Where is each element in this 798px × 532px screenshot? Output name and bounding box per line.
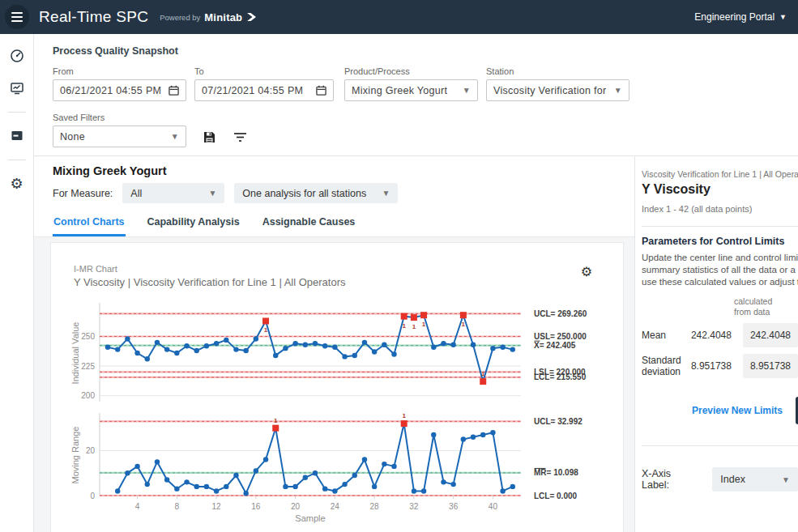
chevron-down-icon: ▼	[779, 13, 787, 21]
dashboard-gauge-icon[interactable]	[6, 45, 28, 66]
from-date-input[interactable]: 06/21/2021 04:55 PM	[53, 79, 186, 101]
panel-divider	[642, 226, 798, 227]
chevron-down-icon: ▼	[200, 189, 216, 198]
mean-row: Mean 242.4048 242.4048	[642, 322, 798, 348]
powered-by-label: Powered by	[160, 13, 200, 22]
powered-by: Powered by Minitab	[160, 11, 257, 23]
sidebar-divider	[8, 112, 26, 113]
portal-menu[interactable]: Engineering Portal ▼	[694, 11, 787, 23]
chevron-down-icon: ▼	[171, 132, 179, 141]
to-date-input[interactable]: 07/21/2021 04:55 PM	[194, 79, 334, 101]
stddev-row: Standard deviation 8.951738 8.951738	[642, 353, 798, 379]
from-date-value: 06/21/2021 04:55 PM	[60, 85, 169, 96]
from-label: From	[53, 66, 186, 76]
chart-settings-gear-icon[interactable]: ⚙	[581, 266, 592, 279]
panel-title: Y Viscosity	[642, 182, 798, 197]
svg-text:1: 1	[264, 326, 268, 334]
svg-text:20: 20	[86, 446, 96, 455]
svg-text:USL= 250.000: USL= 250.000	[534, 332, 587, 341]
svg-text:1: 1	[402, 322, 406, 330]
svg-text:1: 1	[402, 412, 406, 419]
measure-value: All	[130, 188, 142, 199]
svg-text:LCL= 0.000: LCL= 0.000	[534, 492, 578, 500]
svg-text:225: 225	[81, 362, 95, 371]
filter-icon-button[interactable]	[232, 129, 248, 145]
hamburger-menu-button[interactable]	[5, 5, 29, 29]
to-date-value: 07/21/2021 04:55 PM	[202, 85, 316, 96]
stddev-input[interactable]: 8.951738	[743, 354, 798, 378]
product-process-label: Product/Process	[344, 66, 478, 76]
control-limits-panel: Viscosity Verification for Line 1 | All …	[634, 156, 798, 532]
chevron-down-icon: ▼	[373, 189, 390, 198]
svg-text:1: 1	[274, 417, 278, 424]
station-select[interactable]: Viscosity Verification for ... ▼	[486, 79, 629, 101]
svg-text:36: 36	[449, 502, 459, 511]
imr-charts: UCL= 269.260USL= 250.000X= 242.405LSL= 2…	[67, 301, 623, 528]
main-content: Mixing Greek Yogurt For Measure: All ▼ O…	[34, 156, 634, 532]
panel-subtitle: Viscosity Verification for Line 1 | All …	[642, 169, 798, 179]
svg-text:1: 1	[412, 323, 416, 330]
mean-label: Mean	[642, 330, 691, 341]
minitab-logo-icon	[246, 12, 257, 22]
svg-text:Individual Value: Individual Value	[70, 322, 80, 385]
to-label: To	[194, 66, 334, 76]
settings-gear-icon[interactable]: ⚙	[6, 173, 28, 194]
stddev-label: Standard deviation	[642, 355, 691, 377]
svg-text:LCL= 215.550: LCL= 215.550	[534, 372, 587, 381]
svg-text:MR= 10.098: MR= 10.098	[534, 468, 578, 477]
measure-select[interactable]: All ▼	[122, 183, 224, 203]
svg-text:32: 32	[409, 502, 419, 511]
svg-text:Moving Range: Moving Range	[70, 427, 80, 484]
tab-bar: Control Charts Capability Analysis Assig…	[34, 213, 634, 237]
portal-menu-label: Engineering Portal	[694, 11, 775, 23]
saved-filters-label: Saved Filters	[53, 113, 186, 122]
tab-control-charts[interactable]: Control Charts	[53, 213, 126, 236]
svg-text:0: 0	[90, 492, 95, 500]
svg-text:1: 1	[481, 370, 485, 377]
svg-text:12: 12	[212, 502, 222, 511]
stddev-calculated-value: 8.951738	[691, 360, 732, 372]
svg-text:1: 1	[422, 321, 426, 328]
app-title: Real-Time SPC	[39, 8, 148, 26]
process-title: Mixing Greek Yogurt	[53, 164, 634, 177]
index-range-info: Index 1 - 42 (all data points)	[642, 204, 798, 214]
svg-text:24: 24	[331, 502, 340, 511]
svg-text:UCL= 32.992: UCL= 32.992	[534, 417, 582, 426]
analysis-mode-value: One analysis for all stations	[242, 188, 366, 199]
app-header: Real-Time SPC Powered by Minitab Enginee…	[0, 0, 798, 34]
product-process-select[interactable]: Mixing Greek Yogurt ▼	[344, 79, 478, 101]
svg-text:4: 4	[135, 502, 140, 511]
calculated-from-data-header: calculated from data	[734, 296, 798, 317]
data-storage-icon[interactable]	[6, 126, 28, 147]
x-axis-value: Index	[720, 474, 745, 485]
svg-text:250: 250	[81, 332, 95, 341]
svg-text:UCL= 269.260: UCL= 269.260	[534, 309, 587, 318]
tab-capability-analysis[interactable]: Capability Analysis	[147, 213, 241, 236]
svg-text:16: 16	[251, 502, 261, 511]
mean-calculated-value: 242.4048	[691, 330, 732, 341]
for-measure-label: For Measure:	[53, 188, 113, 199]
svg-text:40: 40	[489, 502, 498, 511]
chevron-down-icon: ▼	[463, 86, 471, 95]
preview-new-limits-link[interactable]: Preview New Limits	[692, 405, 783, 416]
chart-type-label: I-MR Chart	[74, 264, 623, 274]
calendar-icon[interactable]	[316, 85, 326, 96]
product-process-value: Mixing Greek Yogurt	[352, 85, 458, 96]
parameters-heading: Parameters for Control Limits	[642, 236, 798, 247]
section-title: Process Quality Snapshot	[53, 45, 798, 57]
tab-assignable-causes[interactable]: Assignable Causes	[262, 213, 356, 236]
calendar-icon[interactable]	[169, 85, 179, 96]
charts-monitor-icon[interactable]	[6, 78, 28, 99]
mean-input[interactable]: 242.4048	[743, 323, 798, 347]
x-axis-select[interactable]: Index ▼	[712, 467, 798, 492]
station-label: Station	[486, 66, 629, 76]
station-value: Viscosity Verification for ...	[493, 85, 609, 96]
chevron-down-icon: ▼	[774, 475, 790, 484]
saved-filters-select[interactable]: None ▼	[53, 126, 186, 147]
save-filter-button[interactable]	[201, 129, 217, 145]
sidebar-divider	[8, 160, 26, 160]
svg-text:28: 28	[370, 502, 380, 511]
x-axis-label: X-Axis Label:	[642, 468, 701, 491]
chevron-down-icon: ▼	[614, 86, 622, 95]
analysis-mode-select[interactable]: One analysis for all stations ▼	[234, 183, 398, 203]
